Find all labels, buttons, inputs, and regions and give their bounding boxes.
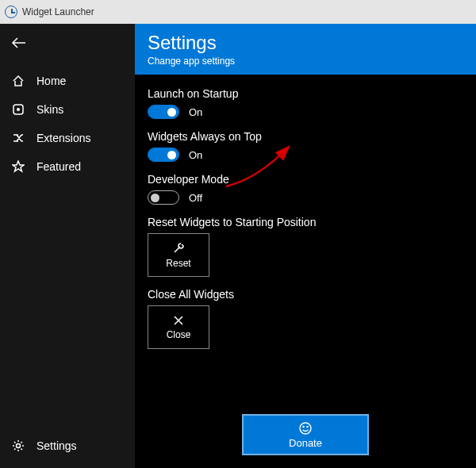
sidebar-item-label: Featured: [36, 160, 81, 173]
setting-label: Reset Widgets to Starting Position: [148, 216, 463, 228]
setting-label: Developer Mode: [148, 173, 463, 186]
sidebar-footer: Settings: [0, 432, 135, 468]
sidebar: Home Skins Extensions Featured: [0, 24, 135, 468]
smiley-icon: [298, 421, 313, 435]
button-label: Close: [167, 329, 191, 340]
page-subtitle: Change app settings: [148, 56, 463, 67]
toggle-state: On: [189, 106, 202, 118]
sidebar-item-featured[interactable]: Featured: [0, 152, 135, 181]
close-all-button[interactable]: Close: [148, 305, 209, 349]
home-icon: [11, 74, 25, 88]
setting-reset: Reset Widgets to Starting Position Reset: [148, 216, 463, 277]
setting-label: Launch on Startup: [148, 87, 463, 100]
sidebar-item-skins[interactable]: Skins: [0, 95, 135, 124]
app-icon: [5, 6, 17, 18]
button-label: Donate: [289, 437, 322, 449]
nav-list: Home Skins Extensions Featured: [0, 67, 135, 432]
extensions-icon: [11, 131, 25, 145]
back-button[interactable]: [0, 30, 135, 59]
sidebar-item-label: Skins: [36, 103, 63, 116]
toggle-launch-startup[interactable]: [148, 105, 179, 119]
setting-label: Close All Widgets: [148, 288, 463, 301]
toggle-developer-mode[interactable]: [148, 190, 179, 205]
wrench-icon: [172, 242, 185, 255]
sidebar-item-home[interactable]: Home: [0, 67, 135, 95]
setting-developer-mode: Developer Mode Off: [148, 173, 463, 205]
settings-content: Launch on Startup On Widgets Always on T…: [135, 75, 476, 414]
reset-button[interactable]: Reset: [148, 233, 209, 277]
toggle-state: On: [189, 149, 202, 161]
page-header: Settings Change app settings: [135, 24, 476, 75]
svg-point-4: [303, 426, 304, 427]
back-arrow-icon: [11, 36, 27, 49]
star-icon: [11, 159, 25, 174]
skins-icon: [11, 102, 25, 117]
page-title: Settings: [148, 32, 463, 54]
svg-point-1: [17, 108, 20, 111]
setting-always-on-top: Widgets Always on Top On: [148, 130, 463, 162]
svg-point-2: [17, 444, 21, 448]
sidebar-item-label: Home: [36, 75, 66, 87]
gear-icon: [11, 439, 25, 453]
app-body: Home Skins Extensions Featured: [0, 24, 476, 468]
window-titlebar: Widget Launcher: [0, 0, 476, 24]
sidebar-item-extensions[interactable]: Extensions: [0, 124, 135, 152]
window-title: Widget Launcher: [22, 6, 94, 17]
button-label: Reset: [166, 258, 190, 269]
setting-launch-startup: Launch on Startup On: [148, 87, 463, 119]
close-icon: [173, 315, 184, 326]
setting-label: Widgets Always on Top: [148, 130, 463, 143]
donate-button[interactable]: Donate: [242, 414, 369, 455]
sidebar-item-label: Settings: [36, 439, 77, 452]
toggle-always-on-top[interactable]: [148, 148, 179, 162]
setting-close-all: Close All Widgets Close: [148, 288, 463, 349]
main-panel: Settings Change app settings Launch on S…: [135, 24, 476, 468]
svg-point-5: [307, 426, 308, 427]
toggle-state: Off: [189, 192, 202, 204]
sidebar-item-settings[interactable]: Settings: [0, 432, 135, 460]
svg-point-3: [300, 423, 311, 434]
sidebar-item-label: Extensions: [36, 132, 90, 144]
